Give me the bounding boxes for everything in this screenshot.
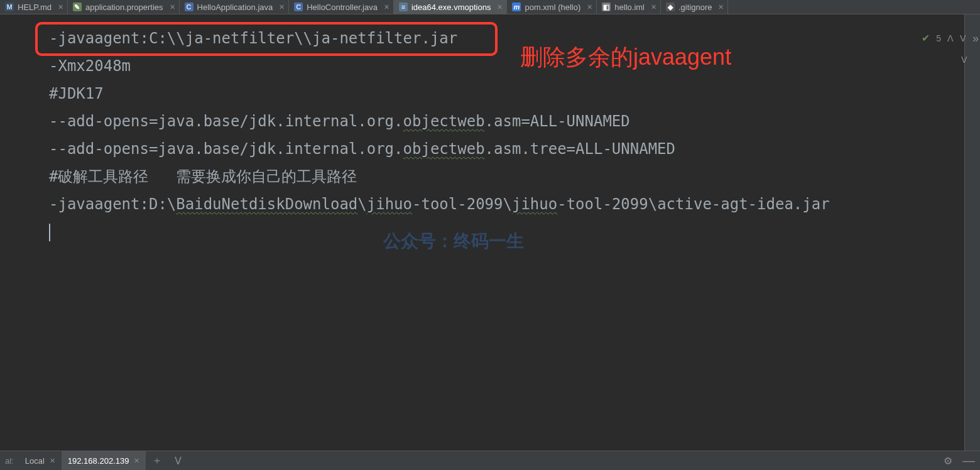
close-tab-icon[interactable]: ✕ — [648, 3, 656, 11]
tab-label: application.properties — [85, 3, 163, 12]
close-tab-icon[interactable]: ✕ — [584, 3, 592, 11]
editor-tab-1[interactable]: ✎application.properties✕ — [68, 0, 180, 14]
xml-file-icon: m — [512, 3, 521, 11]
java-file-icon: C — [185, 3, 193, 11]
cursor-line[interactable] — [49, 218, 964, 246]
close-tab-icon[interactable]: ✕ — [167, 3, 175, 11]
code-line-5[interactable]: --add-opens=java.base/jdk.internal.org.o… — [49, 135, 964, 163]
terminal-label-suffix: al: — [0, 456, 19, 466]
terminal-dropdown-icon[interactable]: ᐯ — [168, 455, 188, 467]
terminal-tab-label: 192.168.202.139 — [68, 456, 129, 466]
editor-tab-bar: MHELP.md✕✎application.properties✕CHelloA… — [0, 0, 980, 14]
tab-label: HELP.md — [18, 3, 52, 12]
git-file-icon: ◆ — [666, 3, 675, 11]
close-terminal-icon[interactable]: ✕ — [134, 457, 139, 465]
close-tab-icon[interactable]: ✕ — [381, 3, 389, 11]
java-file-icon: C — [294, 3, 303, 11]
close-tab-icon[interactable]: ✕ — [276, 3, 285, 11]
close-tab-icon[interactable]: ✕ — [55, 3, 63, 11]
editor-tab-5[interactable]: mpom.xml (hello)✕ — [507, 0, 597, 14]
tab-label: idea64.exe.vmoptions — [411, 3, 491, 12]
code-editor[interactable]: -javaagent:C:\\ja-netfilter\\ja-netfilte… — [0, 14, 964, 451]
close-terminal-icon[interactable]: ✕ — [50, 457, 55, 465]
new-terminal-icon[interactable]: ＋ — [146, 454, 168, 467]
gear-icon[interactable]: ⚙ — [939, 455, 957, 467]
terminal-tab-bar: al: Local✕192.168.202.139✕ ＋ ᐯ ⚙ — — [0, 451, 980, 470]
tab-label: HelloApplication.java — [197, 3, 273, 12]
collapse-icon[interactable]: ᐯ — [961, 55, 967, 65]
terminal-tab-label: Local — [25, 456, 45, 466]
warning-count: 5 — [936, 33, 941, 43]
code-line-3[interactable]: #JDK17 — [49, 80, 964, 107]
editor-tab-6[interactable]: ◧hello.iml✕ — [597, 0, 661, 14]
code-line-7[interactable]: #破解工具路径 需要换成你自己的工具路径 — [49, 163, 964, 190]
code-line-8[interactable]: -javaagent:D:\BaiduNetdiskDownload\jihuo… — [49, 190, 964, 218]
terminal-tab-1[interactable]: 192.168.202.139✕ — [62, 451, 146, 470]
hide-panel-icon[interactable]: — — [957, 454, 980, 468]
editor-area: -javaagent:C:\\ja-netfilter\\ja-netfilte… — [0, 14, 980, 451]
terminal-tab-0[interactable]: Local✕ — [19, 451, 62, 470]
next-highlight-icon[interactable]: ᐯ — [960, 33, 966, 43]
tab-label: hello.iml — [614, 3, 645, 12]
txt-file-icon: ≡ — [399, 3, 408, 11]
tab-label: pom.xml (hello) — [525, 3, 580, 12]
iml-file-icon: ◧ — [602, 3, 611, 11]
tab-label: .gitignore — [678, 3, 712, 12]
more-actions-icon[interactable]: » — [972, 32, 979, 45]
close-tab-icon[interactable]: ✕ — [494, 3, 503, 11]
md-file-icon: M — [5, 3, 14, 11]
editor-tab-0[interactable]: MHELP.md✕ — [0, 0, 68, 14]
check-icon: ✔ — [922, 32, 930, 44]
editor-tab-7[interactable]: ◆.gitignore✕ — [661, 0, 728, 14]
editor-tab-2[interactable]: CHelloApplication.java✕ — [180, 0, 290, 14]
editor-tab-3[interactable]: CHelloController.java✕ — [289, 0, 394, 14]
code-line-4[interactable]: --add-opens=java.base/jdk.internal.org.o… — [49, 107, 964, 135]
inspection-widget[interactable]: ✔ 5 ᐱ ᐯ — [922, 32, 966, 44]
prev-highlight-icon[interactable]: ᐱ — [947, 33, 954, 43]
tab-label: HelloController.java — [307, 3, 378, 12]
code-line-1[interactable]: -javaagent:C:\\ja-netfilter\\ja-netfilte… — [49, 25, 964, 52]
code-line-2[interactable]: -Xmx2048m — [49, 52, 964, 80]
right-tool-strip — [964, 14, 980, 451]
prop-file-icon: ✎ — [73, 3, 82, 11]
close-tab-icon[interactable]: ✕ — [716, 3, 724, 11]
editor-tab-4[interactable]: ≡idea64.exe.vmoptions✕ — [394, 0, 507, 14]
